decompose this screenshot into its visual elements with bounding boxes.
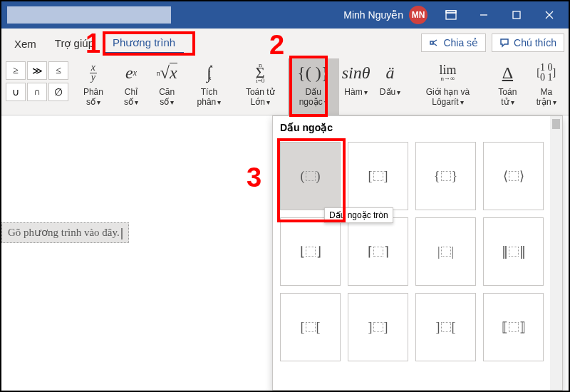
bracket-option-norm[interactable]: ‖‖ (483, 217, 544, 286)
user-avatar: MN (409, 6, 428, 24)
tab-view[interactable]: Xem (6, 33, 45, 53)
bracket-option-openclose3[interactable]: ][ (415, 293, 476, 361)
op-emptyset[interactable]: ∅ (48, 83, 68, 101)
radical-icon: n√x (157, 58, 177, 87)
matrix-button[interactable]: [1 00 1] Ma trận▾ (527, 58, 566, 115)
accent-icon: ä (386, 58, 395, 87)
limit-icon: limn→∞ (439, 58, 456, 87)
bracket-button[interactable]: {( )} Dấu ngoặc▾ (288, 58, 339, 115)
script-icon: ex (125, 58, 137, 87)
fraction-icon: xy (90, 58, 97, 87)
gallery-tooltip: Dấu ngoặc tròn (324, 207, 393, 223)
document-title-field[interactable] (7, 6, 171, 24)
bracket-option-abs[interactable]: || (415, 217, 476, 286)
window-titlebar: Minh Nguyễn MN (1, 1, 569, 29)
op-lte[interactable]: ≤ (48, 61, 68, 80)
scrollbar-thumb[interactable] (552, 119, 560, 129)
tab-help[interactable]: Trợ giúp (46, 33, 103, 53)
svg-rect-4 (513, 11, 520, 19)
ribbon-tabs: Xem Trợ giúp Phương trình Chia sẻ Chú th… (1, 29, 569, 57)
operator-button[interactable]: Δ Toán tử▾ (488, 58, 527, 115)
accent-button[interactable]: ä Dấu▾ (373, 58, 408, 115)
account-control[interactable]: Minh Nguyễn MN (343, 6, 428, 24)
bracket-option-round[interactable]: () (280, 142, 341, 210)
large-operator-button[interactable]: nΣi=0 Toán tử Lớn▾ (233, 58, 288, 115)
bracket-option-doublebracket[interactable]: ⟦⟧ (483, 293, 544, 361)
comment-button[interactable]: Chú thích (492, 33, 564, 52)
share-label: Chia sẻ (443, 37, 478, 48)
bracket-option-square[interactable]: [] (348, 142, 408, 210)
op-much-greater[interactable]: ≫ (27, 61, 47, 80)
operator-palette[interactable]: ≥ ≫ ≤ ∪ ∩ ∅ (4, 58, 73, 115)
script-button[interactable]: ex Chỉ số▾ (114, 58, 148, 115)
share-button[interactable]: Chia sẻ (421, 33, 486, 52)
integral-button[interactable]: ∫x-x Tích phân▾ (185, 58, 233, 115)
bracket-option-floor[interactable]: ⌊⌋ (280, 217, 341, 286)
large-operator-icon: nΣi=0 (256, 58, 265, 87)
equation-ribbon: ≥ ≫ ≤ ∪ ∩ ∅ xy Phân số▾ ex Chỉ số▾ n√x C… (1, 57, 569, 115)
function-icon: sinθ (342, 58, 370, 87)
close-button[interactable] (533, 1, 566, 29)
minimize-button[interactable] (467, 1, 500, 29)
maximize-button[interactable] (500, 1, 533, 29)
gallery-scrollbar[interactable] (550, 116, 562, 390)
bracket-option-angle[interactable]: ⟨⟩ (483, 142, 544, 210)
op-gte[interactable]: ≥ (6, 61, 26, 80)
function-button[interactable]: sinθ Hàm▾ (339, 58, 373, 115)
svg-rect-7 (430, 41, 433, 44)
tab-equation[interactable]: Phương trình (104, 32, 184, 54)
bracket-icon: {( )} (297, 58, 329, 87)
integral-icon: ∫x-x (207, 58, 212, 87)
matrix-icon: [1 00 1] (537, 58, 556, 87)
fraction-button[interactable]: xy Phân số▾ (73, 58, 114, 115)
bracket-option-ceil[interactable]: ⌈⌉ (348, 217, 408, 286)
bracket-gallery: Dấu ngoặc () [] {} ⟨⟩ ⌊⌋ ⌈⌉ || ‖‖ [[ ]] … (272, 115, 563, 391)
user-name: Minh Nguyễn (343, 9, 403, 21)
op-intersect[interactable]: ∩ (27, 83, 47, 101)
comment-label: Chú thích (514, 37, 556, 48)
bracket-option-openclose1[interactable]: [[ (280, 293, 341, 361)
radical-button[interactable]: n√x Căn số▾ (148, 58, 185, 115)
gallery-section-title: Dấu ngoặc (273, 116, 562, 138)
limit-log-button[interactable]: limn→∞ Giới hạn và Lôgarít▾ (408, 58, 489, 115)
equation-placeholder[interactable]: Gõ phương trình vào đây. (1, 222, 129, 243)
operator-icon: Δ (502, 58, 513, 87)
bracket-option-curly[interactable]: {} (415, 142, 476, 210)
op-union[interactable]: ∪ (6, 83, 26, 101)
ribbon-display-options-button[interactable] (435, 1, 467, 29)
bracket-option-openclose2[interactable]: ]] (348, 293, 408, 361)
